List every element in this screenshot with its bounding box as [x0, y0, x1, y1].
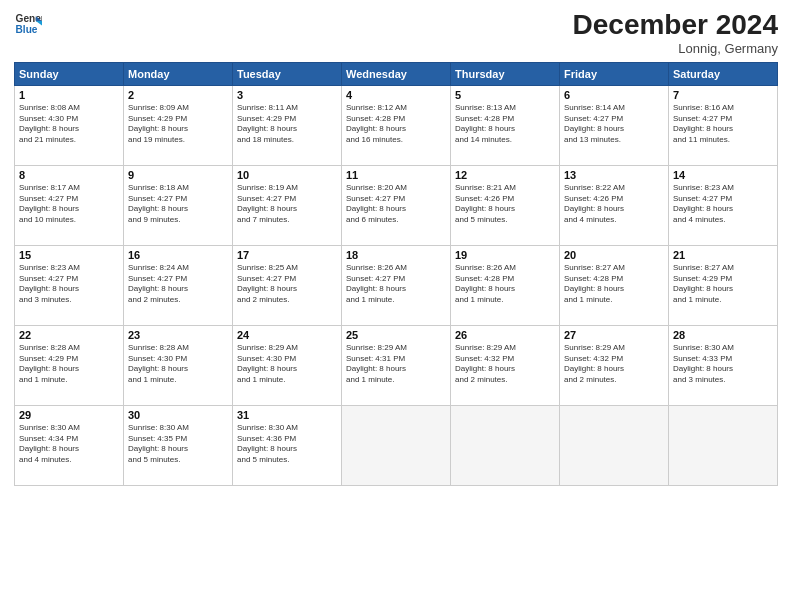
cell-info: Sunrise: 8:30 AMSunset: 4:35 PMDaylight:…: [128, 423, 228, 466]
calendar-cell: 1Sunrise: 8:08 AMSunset: 4:30 PMDaylight…: [15, 85, 124, 165]
calendar-cell: 25Sunrise: 8:29 AMSunset: 4:31 PMDayligh…: [342, 325, 451, 405]
cell-info: Sunrise: 8:26 AMSunset: 4:27 PMDaylight:…: [346, 263, 446, 306]
cell-info: Sunrise: 8:14 AMSunset: 4:27 PMDaylight:…: [564, 103, 664, 146]
cell-info: Sunrise: 8:13 AMSunset: 4:28 PMDaylight:…: [455, 103, 555, 146]
day-number: 27: [564, 329, 664, 341]
day-number: 8: [19, 169, 119, 181]
day-number: 26: [455, 329, 555, 341]
week-row-2: 8Sunrise: 8:17 AMSunset: 4:27 PMDaylight…: [15, 165, 778, 245]
week-row-5: 29Sunrise: 8:30 AMSunset: 4:34 PMDayligh…: [15, 405, 778, 485]
col-header-monday: Monday: [124, 62, 233, 85]
day-number: 17: [237, 249, 337, 261]
week-row-1: 1Sunrise: 8:08 AMSunset: 4:30 PMDaylight…: [15, 85, 778, 165]
week-row-3: 15Sunrise: 8:23 AMSunset: 4:27 PMDayligh…: [15, 245, 778, 325]
day-number: 10: [237, 169, 337, 181]
logo-icon: General Blue: [14, 10, 42, 38]
day-number: 30: [128, 409, 228, 421]
calendar-cell: 23Sunrise: 8:28 AMSunset: 4:30 PMDayligh…: [124, 325, 233, 405]
header-row: SundayMondayTuesdayWednesdayThursdayFrid…: [15, 62, 778, 85]
cell-info: Sunrise: 8:08 AMSunset: 4:30 PMDaylight:…: [19, 103, 119, 146]
day-number: 22: [19, 329, 119, 341]
cell-info: Sunrise: 8:28 AMSunset: 4:29 PMDaylight:…: [19, 343, 119, 386]
col-header-thursday: Thursday: [451, 62, 560, 85]
calendar-cell: 31Sunrise: 8:30 AMSunset: 4:36 PMDayligh…: [233, 405, 342, 485]
calendar-cell: 28Sunrise: 8:30 AMSunset: 4:33 PMDayligh…: [669, 325, 778, 405]
calendar-cell: 22Sunrise: 8:28 AMSunset: 4:29 PMDayligh…: [15, 325, 124, 405]
day-number: 16: [128, 249, 228, 261]
cell-info: Sunrise: 8:20 AMSunset: 4:27 PMDaylight:…: [346, 183, 446, 226]
cell-info: Sunrise: 8:29 AMSunset: 4:32 PMDaylight:…: [455, 343, 555, 386]
day-number: 11: [346, 169, 446, 181]
day-number: 15: [19, 249, 119, 261]
calendar-cell: 3Sunrise: 8:11 AMSunset: 4:29 PMDaylight…: [233, 85, 342, 165]
day-number: 4: [346, 89, 446, 101]
week-row-4: 22Sunrise: 8:28 AMSunset: 4:29 PMDayligh…: [15, 325, 778, 405]
day-number: 14: [673, 169, 773, 181]
svg-text:Blue: Blue: [16, 24, 38, 35]
calendar-cell: 9Sunrise: 8:18 AMSunset: 4:27 PMDaylight…: [124, 165, 233, 245]
calendar-table: SundayMondayTuesdayWednesdayThursdayFrid…: [14, 62, 778, 486]
cell-info: Sunrise: 8:12 AMSunset: 4:28 PMDaylight:…: [346, 103, 446, 146]
calendar-cell: 5Sunrise: 8:13 AMSunset: 4:28 PMDaylight…: [451, 85, 560, 165]
calendar-cell: 26Sunrise: 8:29 AMSunset: 4:32 PMDayligh…: [451, 325, 560, 405]
cell-info: Sunrise: 8:25 AMSunset: 4:27 PMDaylight:…: [237, 263, 337, 306]
calendar-cell: 6Sunrise: 8:14 AMSunset: 4:27 PMDaylight…: [560, 85, 669, 165]
cell-info: Sunrise: 8:27 AMSunset: 4:29 PMDaylight:…: [673, 263, 773, 306]
calendar-cell: 21Sunrise: 8:27 AMSunset: 4:29 PMDayligh…: [669, 245, 778, 325]
day-number: 31: [237, 409, 337, 421]
col-header-friday: Friday: [560, 62, 669, 85]
col-header-sunday: Sunday: [15, 62, 124, 85]
day-number: 28: [673, 329, 773, 341]
calendar-cell: [342, 405, 451, 485]
cell-info: Sunrise: 8:29 AMSunset: 4:30 PMDaylight:…: [237, 343, 337, 386]
cell-info: Sunrise: 8:24 AMSunset: 4:27 PMDaylight:…: [128, 263, 228, 306]
cell-info: Sunrise: 8:30 AMSunset: 4:36 PMDaylight:…: [237, 423, 337, 466]
day-number: 24: [237, 329, 337, 341]
day-number: 18: [346, 249, 446, 261]
cell-info: Sunrise: 8:23 AMSunset: 4:27 PMDaylight:…: [673, 183, 773, 226]
col-header-tuesday: Tuesday: [233, 62, 342, 85]
day-number: 25: [346, 329, 446, 341]
cell-info: Sunrise: 8:29 AMSunset: 4:32 PMDaylight:…: [564, 343, 664, 386]
calendar-cell: 27Sunrise: 8:29 AMSunset: 4:32 PMDayligh…: [560, 325, 669, 405]
cell-info: Sunrise: 8:18 AMSunset: 4:27 PMDaylight:…: [128, 183, 228, 226]
calendar-cell: 18Sunrise: 8:26 AMSunset: 4:27 PMDayligh…: [342, 245, 451, 325]
calendar-cell: 2Sunrise: 8:09 AMSunset: 4:29 PMDaylight…: [124, 85, 233, 165]
col-header-wednesday: Wednesday: [342, 62, 451, 85]
calendar-cell: 17Sunrise: 8:25 AMSunset: 4:27 PMDayligh…: [233, 245, 342, 325]
calendar-cell: 30Sunrise: 8:30 AMSunset: 4:35 PMDayligh…: [124, 405, 233, 485]
day-number: 9: [128, 169, 228, 181]
cell-info: Sunrise: 8:16 AMSunset: 4:27 PMDaylight:…: [673, 103, 773, 146]
calendar-cell: 10Sunrise: 8:19 AMSunset: 4:27 PMDayligh…: [233, 165, 342, 245]
day-number: 12: [455, 169, 555, 181]
cell-info: Sunrise: 8:29 AMSunset: 4:31 PMDaylight:…: [346, 343, 446, 386]
calendar-cell: 11Sunrise: 8:20 AMSunset: 4:27 PMDayligh…: [342, 165, 451, 245]
cell-info: Sunrise: 8:21 AMSunset: 4:26 PMDaylight:…: [455, 183, 555, 226]
cell-info: Sunrise: 8:22 AMSunset: 4:26 PMDaylight:…: [564, 183, 664, 226]
day-number: 21: [673, 249, 773, 261]
calendar-cell: 7Sunrise: 8:16 AMSunset: 4:27 PMDaylight…: [669, 85, 778, 165]
calendar-cell: 4Sunrise: 8:12 AMSunset: 4:28 PMDaylight…: [342, 85, 451, 165]
calendar-cell: 8Sunrise: 8:17 AMSunset: 4:27 PMDaylight…: [15, 165, 124, 245]
calendar-cell: 29Sunrise: 8:30 AMSunset: 4:34 PMDayligh…: [15, 405, 124, 485]
cell-info: Sunrise: 8:30 AMSunset: 4:34 PMDaylight:…: [19, 423, 119, 466]
calendar-cell: 24Sunrise: 8:29 AMSunset: 4:30 PMDayligh…: [233, 325, 342, 405]
calendar-cell: 20Sunrise: 8:27 AMSunset: 4:28 PMDayligh…: [560, 245, 669, 325]
title-block: December 2024 Lonnig, Germany: [573, 10, 778, 56]
day-number: 1: [19, 89, 119, 101]
cell-info: Sunrise: 8:27 AMSunset: 4:28 PMDaylight:…: [564, 263, 664, 306]
cell-info: Sunrise: 8:23 AMSunset: 4:27 PMDaylight:…: [19, 263, 119, 306]
calendar-cell: [451, 405, 560, 485]
day-number: 3: [237, 89, 337, 101]
day-number: 2: [128, 89, 228, 101]
cell-info: Sunrise: 8:28 AMSunset: 4:30 PMDaylight:…: [128, 343, 228, 386]
day-number: 7: [673, 89, 773, 101]
location: Lonnig, Germany: [573, 41, 778, 56]
calendar-cell: 13Sunrise: 8:22 AMSunset: 4:26 PMDayligh…: [560, 165, 669, 245]
cell-info: Sunrise: 8:11 AMSunset: 4:29 PMDaylight:…: [237, 103, 337, 146]
cell-info: Sunrise: 8:09 AMSunset: 4:29 PMDaylight:…: [128, 103, 228, 146]
col-header-saturday: Saturday: [669, 62, 778, 85]
day-number: 5: [455, 89, 555, 101]
day-number: 13: [564, 169, 664, 181]
day-number: 19: [455, 249, 555, 261]
